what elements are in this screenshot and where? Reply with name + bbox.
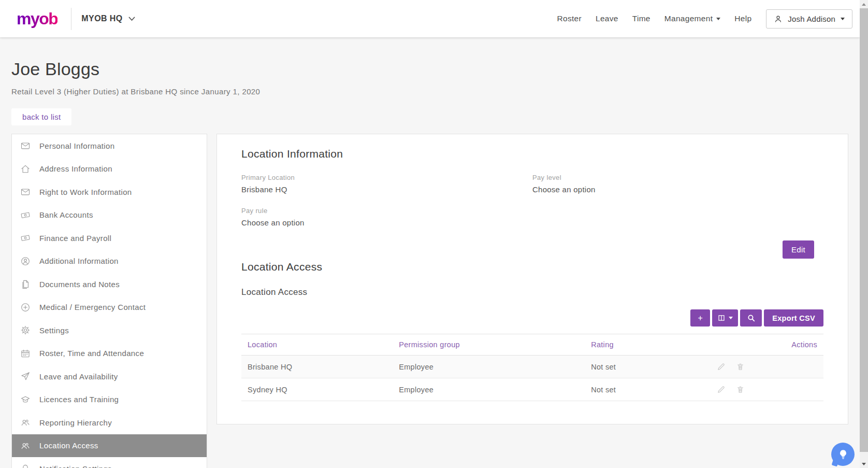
nav-divider bbox=[71, 8, 71, 30]
calendar-icon bbox=[20, 348, 31, 359]
add-row-button[interactable]: + bbox=[690, 309, 710, 327]
vertical-scrollbar[interactable] bbox=[860, 0, 868, 468]
sidebar-item-label: Notification Settings bbox=[39, 464, 112, 468]
cell-rating: Not set bbox=[585, 356, 684, 378]
sidebar-item-personal-information[interactable]: Personal Information bbox=[12, 134, 207, 158]
airplane-icon bbox=[20, 371, 31, 381]
sidebar-item-finance-and-payroll[interactable]: Finance and Payroll bbox=[12, 226, 207, 250]
graduation-cap-icon bbox=[20, 394, 31, 405]
table-row: Brisbane HQEmployeeNot set bbox=[241, 356, 823, 378]
nav-link-leave[interactable]: Leave bbox=[596, 14, 618, 23]
column-header-permission-group[interactable]: Permission group bbox=[393, 334, 585, 356]
sidebar-item-notification-settings[interactable]: Notification Settings bbox=[12, 457, 207, 468]
scrollbar-thumb[interactable] bbox=[860, 8, 868, 452]
company-selector[interactable]: MYOB HQ bbox=[81, 14, 135, 23]
envelope-icon bbox=[20, 140, 31, 151]
sidebar-item-label: Right to Work Information bbox=[39, 188, 132, 196]
cell-permission-group: Employee bbox=[393, 356, 585, 378]
banknote-icon bbox=[20, 233, 31, 243]
sidebar-item-medical-emergency-contact[interactable]: Medical / Emergency Contact bbox=[12, 296, 207, 319]
location-access-subheading: Location Access bbox=[241, 287, 823, 297]
sidebar-item-label: Documents and Notes bbox=[39, 280, 120, 289]
banknote-icon bbox=[20, 210, 31, 220]
edit-button[interactable]: Edit bbox=[783, 240, 814, 259]
sidebar-item-reporting-hierarchy[interactable]: Reporting Hierarchy bbox=[12, 411, 207, 434]
sidebar-menu: Personal InformationAddress InformationR… bbox=[11, 134, 207, 468]
column-header-actions: Actions bbox=[684, 334, 823, 356]
sidebar-item-address-information[interactable]: Address Information bbox=[12, 158, 207, 181]
sidebar-item-additional-information[interactable]: Additional Information bbox=[12, 250, 207, 273]
column-settings-button[interactable] bbox=[712, 309, 738, 327]
sidebar-item-label: Roster, Time and Attendance bbox=[39, 349, 144, 358]
cell-rating: Not set bbox=[585, 378, 684, 401]
content-area: Personal InformationAddress InformationR… bbox=[11, 134, 848, 468]
sidebar-item-label: Finance and Payroll bbox=[39, 234, 111, 243]
column-header-location[interactable]: Location bbox=[241, 334, 393, 356]
people-icon bbox=[20, 441, 31, 451]
sidebar-item-label: Licences and Training bbox=[39, 395, 119, 404]
sidebar-item-documents-and-notes[interactable]: Documents and Notes bbox=[12, 273, 207, 296]
sidebar-item-licences-and-training[interactable]: Licences and Training bbox=[12, 388, 207, 412]
field-label: Pay rule bbox=[241, 207, 532, 215]
search-button[interactable] bbox=[740, 309, 762, 327]
home-icon bbox=[20, 164, 31, 174]
field-primary-location: Primary Location Brisbane HQ bbox=[241, 174, 532, 194]
search-icon bbox=[747, 314, 756, 322]
nav-link-label: Management bbox=[664, 14, 713, 23]
location-information-heading: Location Information bbox=[241, 148, 823, 160]
page-title: Joe Bloggs bbox=[11, 59, 848, 79]
edit-row: Edit bbox=[241, 240, 823, 259]
table-row: Sydney HQEmployeeNot set bbox=[241, 378, 823, 401]
scroll-up-arrow[interactable] bbox=[860, 0, 868, 8]
top-nav: myob MYOB HQ RosterLeaveTimeManagementHe… bbox=[0, 0, 860, 37]
nav-link-roster[interactable]: Roster bbox=[557, 14, 582, 23]
cell-location: Brisbane HQ bbox=[241, 356, 393, 378]
sidebar-item-label: Location Access bbox=[39, 441, 98, 450]
sidebar-item-label: Additional Information bbox=[39, 257, 119, 265]
location-access-heading: Location Access bbox=[241, 261, 823, 273]
sidebar-item-bank-accounts[interactable]: Bank Accounts bbox=[12, 204, 207, 227]
export-csv-button[interactable]: Export CSV bbox=[764, 309, 823, 327]
delete-row-button[interactable] bbox=[736, 385, 745, 394]
nav-link-label: Leave bbox=[596, 14, 618, 23]
nav-link-help[interactable]: Help bbox=[734, 14, 751, 23]
nav-link-management[interactable]: Management bbox=[664, 14, 720, 23]
user-menu[interactable]: Josh Addison bbox=[766, 9, 852, 29]
delete-row-button[interactable] bbox=[736, 362, 745, 371]
sidebar-item-label: Reporting Hierarchy bbox=[39, 418, 112, 427]
field-value: Brisbane HQ bbox=[241, 185, 532, 194]
table-header-row: Location Permission group Rating Actions bbox=[241, 334, 823, 356]
bell-icon bbox=[20, 463, 31, 468]
nav-link-time[interactable]: Time bbox=[632, 14, 650, 23]
sidebar-item-label: Medical / Emergency Contact bbox=[39, 303, 146, 311]
scroll-down-arrow[interactable] bbox=[860, 460, 868, 468]
sidebar-item-settings[interactable]: Settings bbox=[12, 319, 207, 342]
sidebar-item-label: Personal Information bbox=[39, 141, 114, 150]
edit-row-button[interactable] bbox=[717, 385, 726, 394]
sidebar-item-label: Leave and Availability bbox=[39, 372, 118, 381]
sidebar-item-location-access[interactable]: Location Access bbox=[12, 434, 207, 458]
top-nav-links: RosterLeaveTimeManagementHelp bbox=[557, 14, 752, 23]
page-body: Joe Bloggs Retail Level 3 (Higher Duties… bbox=[0, 37, 860, 468]
sidebar-item-leave-and-availability[interactable]: Leave and Availability bbox=[12, 365, 207, 388]
help-button[interactable] bbox=[831, 443, 855, 466]
myob-logo[interactable]: myob bbox=[17, 9, 57, 29]
columns-icon bbox=[717, 314, 726, 322]
user-icon bbox=[774, 15, 783, 23]
edit-row-button[interactable] bbox=[717, 362, 726, 371]
column-header-rating[interactable]: Rating bbox=[585, 334, 684, 356]
cell-actions bbox=[684, 356, 823, 378]
back-to-list-button[interactable]: back to list bbox=[11, 108, 71, 125]
location-information-fields: Primary Location Brisbane HQ Pay level C… bbox=[241, 174, 823, 227]
sidebar-item-right-to-work-information[interactable]: Right to Work Information bbox=[12, 180, 207, 204]
sidebar-item-roster-time-and-attendance[interactable]: Roster, Time and Attendance bbox=[12, 342, 207, 365]
nav-link-label: Time bbox=[632, 14, 650, 23]
lightbulb-icon bbox=[837, 448, 849, 461]
sidebar-item-label: Settings bbox=[39, 326, 69, 335]
company-selector-label: MYOB HQ bbox=[81, 14, 122, 23]
table-body: Brisbane HQEmployeeNot setSydney HQEmplo… bbox=[241, 356, 823, 401]
app-window: myob MYOB HQ RosterLeaveTimeManagementHe… bbox=[0, 0, 868, 468]
sidebar-item-label: Bank Accounts bbox=[39, 210, 93, 219]
field-pay-rule: Pay rule Choose an option bbox=[241, 207, 532, 227]
pencil-icon bbox=[717, 385, 726, 394]
